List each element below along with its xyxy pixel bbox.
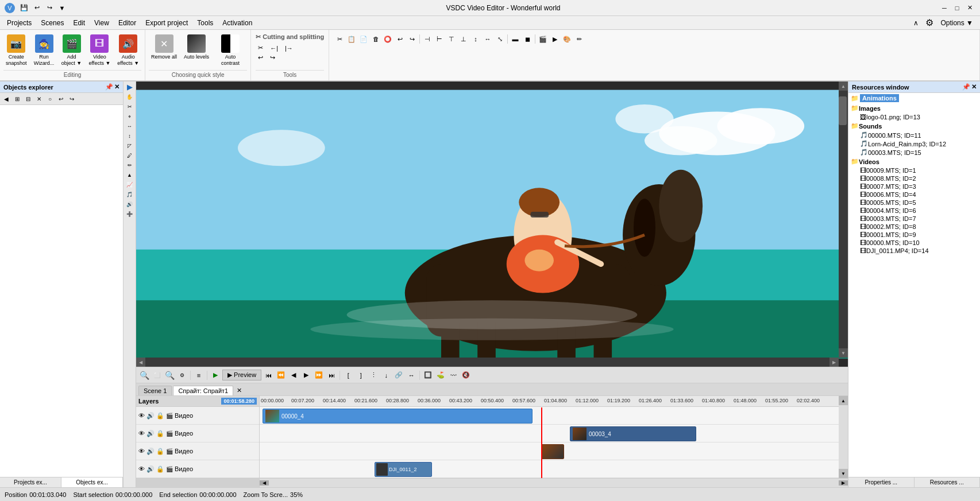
tl-settings-btn[interactable]: ≡ xyxy=(193,370,205,381)
lock-icon1[interactable]: 🔒 xyxy=(156,412,164,420)
clip-00000_4[interactable]: 00000_4 xyxy=(263,409,533,424)
save-btn[interactable]: 💾 xyxy=(18,2,30,14)
go-end-btn[interactable]: ⏭ xyxy=(326,370,337,381)
res-item-dji[interactable]: 🎞 DJI_0011.MP4; ID=14 xyxy=(848,247,980,255)
tl-split-btn[interactable]: ⋮ xyxy=(368,370,379,381)
res-item-00005[interactable]: 🎞 00005.MTS; ID=5 xyxy=(848,199,980,207)
auto-levels-button[interactable]: Auto levels xyxy=(182,32,211,63)
run-wizard-button[interactable]: 🧙 RunWizard... xyxy=(32,32,57,69)
ts-video1[interactable]: 🎬 xyxy=(537,33,549,45)
lock-icon2[interactable]: 🔒 xyxy=(156,430,164,437)
menu-export-project[interactable]: Export project xyxy=(141,18,192,28)
res-videos-header[interactable]: 📁 Videos xyxy=(848,157,980,166)
preview-btn[interactable]: ▶ Preview xyxy=(222,370,261,380)
ts-delete-icon[interactable]: 🗑 xyxy=(370,33,381,45)
go-start-btn[interactable]: ⏮ xyxy=(263,370,274,381)
res-pin-icon[interactable]: 📌 xyxy=(962,83,970,91)
obj-toolbar-btn4[interactable]: ✕ xyxy=(34,94,44,104)
ts-shape1[interactable]: ▬ xyxy=(510,33,521,45)
menu-projects[interactable]: Projects xyxy=(2,18,36,28)
vert-btn2[interactable]: ✋ xyxy=(125,92,135,102)
add-object-button[interactable]: 🎬 Addobject ▼ xyxy=(59,32,84,69)
menu-tools[interactable]: Tools xyxy=(192,18,218,28)
menu-editor[interactable]: Editor xyxy=(114,18,141,28)
undo-ribbon-btn[interactable]: ↩ xyxy=(256,53,265,62)
zoom-fit-btn[interactable]: ⬜ xyxy=(151,370,163,381)
ts-paste-icon[interactable]: 📄 xyxy=(358,33,369,45)
ts-align6[interactable]: ↔ xyxy=(482,33,493,45)
properties-tab[interactable]: Properties ... xyxy=(848,477,915,487)
obj-toolbar-btn6[interactable]: ↩ xyxy=(56,94,66,104)
ts-redo-icon[interactable]: ↪ xyxy=(406,33,418,45)
tl-scroll-down[interactable]: ▼ xyxy=(839,469,848,478)
res-item-00000mts[interactable]: 🎵 00000.MTS; ID=11 xyxy=(848,131,980,139)
minimize-btn[interactable]: ─ xyxy=(939,2,950,14)
res-close-icon[interactable]: ✕ xyxy=(971,83,977,91)
res-item-00004[interactable]: 🎞 00004.MTS; ID=6 xyxy=(848,207,980,215)
res-item-00003mts[interactable]: 🎵 00003.MTS; ID=15 xyxy=(848,148,980,157)
vert-btn5[interactable]: ↔ xyxy=(125,122,135,131)
audio-icon3[interactable]: 🔊 xyxy=(146,448,155,455)
eye-icon2[interactable]: 👁 xyxy=(138,430,145,437)
res-item-00002[interactable]: 🎞 00002.MTS; ID=8 xyxy=(848,223,980,231)
ts-undo-icon[interactable]: ↩ xyxy=(394,33,406,45)
ts-align4[interactable]: ⊥ xyxy=(458,33,469,45)
res-sounds-header[interactable]: 📁 Sounds xyxy=(848,121,980,131)
ts-color1[interactable]: 🎨 xyxy=(561,33,573,45)
tl-hscroll-track[interactable]: ◀ ▶ xyxy=(260,480,848,486)
ts-align7[interactable]: ⤡ xyxy=(494,33,506,45)
vert-btn11[interactable]: 📈 xyxy=(125,180,135,189)
ts-align1[interactable]: ⊣ xyxy=(422,33,433,45)
res-item-logo[interactable]: 🖼 logo-01.png; ID=13 xyxy=(848,113,980,121)
menu-activation[interactable]: Activation xyxy=(218,18,257,28)
res-item-00001[interactable]: 🎞 00001.MTS; ID=9 xyxy=(848,231,980,239)
res-item-lorn-acid[interactable]: 🎵 Lorn-Acid_Rain.mp3; ID=12 xyxy=(848,139,980,148)
options-button[interactable]: Options ▼ xyxy=(936,18,978,28)
close-btn[interactable]: ✕ xyxy=(964,2,975,14)
vert-arrow-btn[interactable]: ▶ xyxy=(125,83,135,92)
undo-btn[interactable]: ↩ xyxy=(31,2,43,14)
more-btn[interactable]: ▼ xyxy=(56,2,68,14)
ts-copy-icon[interactable]: 📋 xyxy=(346,33,357,45)
vert-btn13[interactable]: 🔊 xyxy=(125,200,135,209)
resources-tab[interactable]: Resources ... xyxy=(915,477,981,487)
video-effects-button[interactable]: 🎞 Videoeffects ▼ xyxy=(87,32,113,69)
tl-ripple-btn[interactable]: ↔ xyxy=(406,370,417,381)
options-gear[interactable]: ⚙ xyxy=(925,17,933,28)
lock-icon3[interactable]: 🔒 xyxy=(156,448,164,455)
obj-toolbar-btn3[interactable]: ⊟ xyxy=(23,94,33,104)
obj-toolbar-btn1[interactable]: ◀ xyxy=(1,94,11,104)
redo-btn[interactable]: ↪ xyxy=(44,2,55,14)
cut-right-btn[interactable]: |→ xyxy=(283,44,295,52)
ts-align2[interactable]: ⊢ xyxy=(434,33,445,45)
scroll-thumb-v[interactable] xyxy=(839,96,847,125)
zoom-custom-btn[interactable]: ⚙ xyxy=(176,370,188,381)
vert-btn14[interactable]: ➕ xyxy=(125,209,135,219)
projects-ex-tab[interactable]: Projects ex... xyxy=(0,477,61,487)
maximize-btn[interactable]: □ xyxy=(951,2,963,14)
auto-contrast-button[interactable]: Auto contrast xyxy=(214,32,247,69)
tl-scroll-right[interactable]: ▶ xyxy=(839,480,848,486)
tl-marker-btn[interactable]: ⛳ xyxy=(435,370,446,381)
close-tab-btn[interactable]: ✕ xyxy=(234,386,244,395)
minimize-arrow[interactable]: ∧ xyxy=(909,18,923,28)
lock-icon4[interactable]: 🔒 xyxy=(156,465,164,473)
vert-btn3[interactable]: ✂ xyxy=(125,102,135,111)
tl-in-btn[interactable]: [ xyxy=(342,370,354,381)
obj-toolbar-btn7[interactable]: ↪ xyxy=(67,94,77,104)
remove-all-button[interactable]: ✕ Remove all xyxy=(149,32,179,63)
ts-video2[interactable]: ▶ xyxy=(549,33,561,45)
create-snapshot-button[interactable]: 📷 Createsnapshot xyxy=(3,32,29,69)
zoom-in-btn[interactable]: 🔍 xyxy=(164,370,175,381)
ts-shape2[interactable]: ◼ xyxy=(522,33,533,45)
redo-ribbon-btn[interactable]: ↪ xyxy=(268,53,277,62)
res-item-00008[interactable]: 🎞 00008.MTS; ID=2 xyxy=(848,174,980,182)
eye-icon3[interactable]: 👁 xyxy=(138,448,145,455)
panel-close-icon[interactable]: ✕ xyxy=(114,83,119,91)
tl-snap-btn[interactable]: 🔲 xyxy=(422,370,434,381)
preview-vscroll[interactable]: ▲ ▼ xyxy=(839,81,848,358)
obj-toolbar-btn5[interactable]: ○ xyxy=(45,94,55,104)
eye-icon1[interactable]: 👁 xyxy=(138,412,145,419)
res-item-00007[interactable]: 🎞 00007.MTS; ID=3 xyxy=(848,182,980,191)
step-fwd-btn[interactable]: ⏩ xyxy=(313,370,325,381)
